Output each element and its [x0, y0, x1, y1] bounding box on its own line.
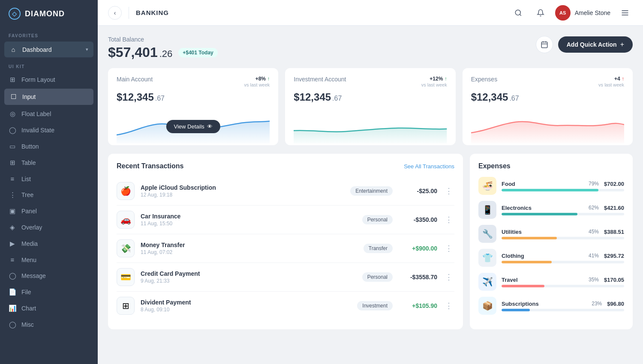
sidebar-item-media[interactable]: ▶ Media [0, 236, 98, 252]
tx-more-button[interactable]: ⋮ [443, 272, 454, 282]
balance-left: Total Balance $57,401 .26 +$401 Today [108, 36, 218, 60]
investment-account-header: Investment Account +12% ↑ vs last week [294, 76, 447, 88]
search-button[interactable] [511, 5, 526, 21]
sidebar-item-label: Overlay [21, 224, 42, 231]
invalid-icon: ◯ [9, 126, 16, 134]
view-details-label: View Details [174, 123, 204, 130]
clothing-thumbnail: 👕 [478, 249, 496, 267]
account-cards: Main Account +8% ↑ vs last week $12,345 … [108, 68, 633, 145]
tx-date: 8 Aug, 09:10 [141, 307, 351, 313]
sidebar-item-label: Button [21, 143, 39, 150]
electronics-thumbnail: 📱 [478, 201, 496, 219]
travel-thumbnail: ✈️ [478, 273, 496, 291]
sidebar-item-invalid-state[interactable]: ◯ Invalid State [0, 122, 98, 138]
investment-account-chart [294, 109, 447, 143]
up-arrow-icon: ↑ [445, 76, 447, 82]
tx-category: Transfer [364, 244, 393, 253]
sidebar-item-label: Tree [21, 191, 33, 198]
electronics-bar-bg [502, 213, 624, 215]
tx-more-button[interactable]: ⋮ [443, 244, 454, 253]
subscriptions-thumbnail: 📦 [478, 297, 496, 315]
chevron-down-icon: ▾ [86, 47, 88, 52]
overlay-icon: ◈ [9, 224, 16, 231]
clothing-bar-bg [502, 261, 624, 263]
tx-date: 12 Aug, 19:18 [141, 192, 344, 198]
tx-more-button[interactable]: ⋮ [443, 301, 454, 310]
calendar-button[interactable] [536, 36, 553, 53]
transactions-title: Recent Transactions [117, 162, 184, 170]
clothing-name: Clothing [502, 253, 524, 259]
transactions-panel: Recent Transactions See All Transactions… [108, 154, 463, 329]
food-pct: 79% [589, 181, 599, 187]
transaction-row: 🚗 Car Insurance 11 Aug, 15:50 Personal -… [117, 206, 454, 234]
user-profile[interactable]: AS Amelie Stone [555, 5, 610, 21]
sidebar-item-label: Form Layout [21, 76, 55, 83]
tx-more-button[interactable]: ⋮ [443, 215, 454, 224]
app-logo: ◇ DIAMOND [0, 0, 98, 27]
username: Amelie Stone [575, 9, 610, 16]
tree-icon: ⋮ [9, 191, 16, 199]
sidebar-item-panel[interactable]: ▣ Panel [0, 203, 98, 219]
electronics-name-row: Electronics 62% $421.60 [502, 205, 624, 211]
lower-section: Recent Transactions See All Transactions… [108, 154, 633, 329]
page-title: BANKING [136, 9, 169, 16]
travel-bar-bg [502, 285, 624, 287]
expenses-account-chart [471, 109, 624, 143]
utilities-thumbnail: 🔧 [478, 225, 496, 243]
sidebar-item-form-layout[interactable]: ⊞ Form Layout [0, 72, 98, 88]
misc-icon: ◯ [9, 321, 16, 328]
clothing-amount: $295.72 [604, 253, 624, 259]
electronics-name: Electronics [502, 205, 532, 211]
sidebar-item-misc[interactable]: ◯ Misc [0, 316, 98, 333]
main-account-card: Main Account +8% ↑ vs last week $12,345 … [108, 68, 278, 145]
notifications-button[interactable] [533, 5, 548, 21]
see-all-transactions-link[interactable]: See All Transactions [404, 163, 454, 170]
sidebar-item-float-label[interactable]: ◎ Float Label [0, 106, 98, 122]
main-content: ‹ BANKING AS Amelie Stone Total Balance … [98, 0, 643, 364]
home-icon: ⌂ [9, 46, 17, 53]
sidebar-item-button[interactable]: ▭ Button [0, 138, 98, 155]
transactions-header: Recent Transactions See All Transactions [117, 162, 454, 170]
invest-stat-vs: vs last week [421, 82, 447, 87]
float-icon: ◎ [9, 110, 16, 118]
sidebar-item-dashboard[interactable]: ⌂ Dashboard ▾ [4, 42, 93, 57]
utilities-bar-fill [502, 237, 557, 239]
tx-amount: +$900.00 [399, 245, 437, 252]
expenses-panel: Expenses 🍜 Food 79% $702.00 [470, 154, 633, 329]
food-bar-fill [502, 189, 598, 191]
transaction-row: ⊞ Divident Payment 8 Aug, 09:10 Investme… [117, 292, 454, 320]
back-button[interactable]: ‹ [108, 6, 122, 20]
sidebar-item-input[interactable]: ☐ Input [4, 89, 93, 105]
content-area: Total Balance $57,401 .26 +$401 Today Ad… [98, 26, 643, 364]
sidebar-item-chart[interactable]: 📊 Chart [0, 300, 98, 316]
dividend-icon: ⊞ [117, 297, 135, 315]
sidebar-item-menu[interactable]: ≡ Menu [0, 252, 98, 268]
electronics-amount: $421.60 [604, 205, 624, 211]
sidebar-item-file[interactable]: 📄 File [0, 284, 98, 300]
expense-row-clothing: 👕 Clothing 41% $295.72 [478, 249, 624, 267]
view-details-button[interactable]: View Details 👁 [166, 120, 220, 133]
svg-point-0 [515, 10, 520, 15]
sidebar-item-overlay[interactable]: ◈ Overlay [0, 219, 98, 236]
hamburger-menu-button[interactable] [617, 5, 633, 21]
utilities-pct: 45% [589, 229, 599, 235]
plus-icon: + [620, 41, 624, 48]
balance-right: Add Quick Action + [536, 36, 633, 53]
balance-decimal: .26 [159, 48, 173, 60]
sidebar-item-tree[interactable]: ⋮ Tree [0, 187, 98, 203]
dashboard-label: Dashboard [22, 46, 52, 53]
tx-more-button[interactable]: ⋮ [443, 186, 454, 196]
food-name: Food [502, 181, 515, 187]
balance-main-amount: $57,401 [108, 45, 158, 60]
sidebar-item-list[interactable]: ≡ List [0, 171, 98, 187]
add-quick-action-button[interactable]: Add Quick Action + [558, 36, 633, 53]
avatar: AS [555, 5, 571, 21]
sidebar-item-table[interactable]: ⊞ Table [0, 155, 98, 171]
ui-kit-label: UI KIT [0, 58, 98, 72]
sidebar-item-label: Media [21, 240, 38, 247]
sidebar-item-message[interactable]: ◯ Message [0, 268, 98, 284]
transfer-icon: 💸 [117, 239, 135, 257]
logo-icon: ◇ [9, 8, 21, 20]
tx-date: 11 Aug, 15:50 [141, 221, 356, 227]
sidebar-item-label: Input [22, 93, 36, 100]
